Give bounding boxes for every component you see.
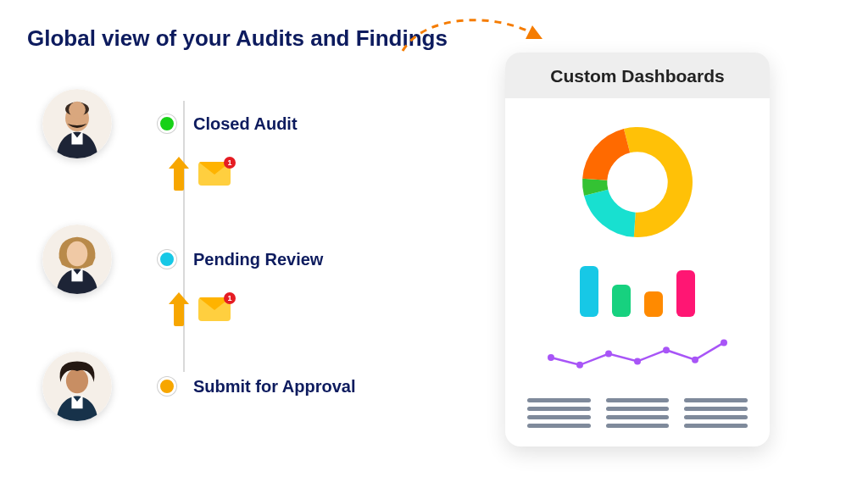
- avatar: [42, 225, 112, 294]
- card-title: Custom Dashboards: [505, 53, 770, 98]
- page-title: Global view of your Audits and Findings: [27, 25, 448, 52]
- donut-chart-icon: [574, 119, 701, 246]
- timeline-row-closed-audit: Closed Audit: [42, 89, 298, 158]
- timeline-row-pending-review: Pending Review: [42, 225, 323, 294]
- mail-badge: 1: [224, 157, 236, 169]
- timeline-notify: 1: [171, 157, 231, 191]
- mail-badge: 1: [224, 292, 236, 304]
- bar-chart-icon: [527, 264, 748, 317]
- text-placeholder-columns: [527, 398, 748, 428]
- status-dot: [158, 114, 176, 133]
- avatar: [42, 352, 112, 421]
- svg-point-14: [721, 339, 727, 346]
- sparkline-chart-icon: [544, 332, 731, 383]
- arrow-up-icon: [171, 157, 186, 191]
- mail-icon: 1: [198, 162, 231, 186]
- timeline-label: Submit for Approval: [193, 377, 355, 396]
- svg-point-3: [69, 102, 86, 119]
- timeline-row-submit-approval: Submit for Approval: [42, 352, 355, 421]
- curved-arrow-icon: [398, 10, 551, 58]
- svg-point-7: [66, 369, 88, 394]
- custom-dashboards-card: Custom Dashboards: [505, 53, 770, 446]
- svg-point-11: [634, 358, 641, 364]
- arrow-up-icon: [171, 292, 186, 326]
- timeline-label: Pending Review: [193, 250, 323, 269]
- svg-point-12: [663, 347, 670, 353]
- timeline-label: Closed Audit: [193, 114, 298, 134]
- avatar: [42, 89, 112, 158]
- status-dot: [158, 250, 176, 269]
- status-dot: [158, 377, 176, 396]
- svg-point-5: [67, 241, 88, 267]
- mail-icon: 1: [198, 297, 231, 321]
- svg-point-10: [605, 351, 612, 358]
- timeline-notify: 1: [171, 292, 231, 326]
- svg-point-9: [576, 362, 583, 369]
- svg-point-13: [692, 357, 698, 363]
- svg-point-8: [548, 354, 554, 361]
